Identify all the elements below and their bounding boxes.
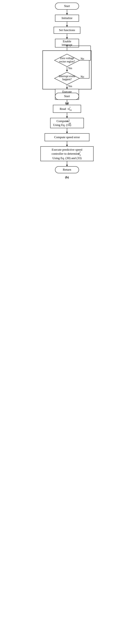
svg-marker-45	[66, 132, 68, 134]
svg-text:q: q	[80, 154, 81, 156]
interrupt-yes-label: Yes	[68, 84, 72, 88]
compute-omega-label: Compute	[57, 119, 68, 123]
svg-marker-8	[66, 37, 68, 39]
svg-text:*: *	[80, 151, 81, 154]
caption-b: (b)	[65, 176, 69, 179]
svg-text:controller to determine: controller to determine	[52, 152, 80, 155]
svg-text:*: *	[69, 106, 70, 108]
svg-marker-33	[66, 103, 68, 105]
svg-text:vector region?: vector region?	[59, 60, 75, 63]
svg-marker-5	[66, 25, 68, 27]
svg-text:Using Eq. (16): Using Eq. (16)	[53, 123, 71, 127]
zero-voltage-no-label: No	[81, 57, 84, 60]
part-b-section: Start Read ω * rm Compute ω̂ rm Using Eq…	[0, 92, 134, 193]
start-label-a: Start	[64, 4, 70, 8]
svg-text:rm: rm	[69, 109, 72, 111]
svg-text:happen?: happen?	[62, 78, 72, 81]
svg-marker-56	[66, 165, 68, 166]
svg-marker-39	[66, 116, 68, 118]
initialize-label: Initialize	[62, 16, 72, 20]
compute-speed-error-label: Compute speed error	[54, 135, 80, 139]
zero-voltage-yes-label: Yes	[68, 66, 72, 70]
set-functions-label: Set functions	[59, 28, 75, 32]
svg-text:i: i	[79, 152, 79, 155]
interrupt-no-label: No	[81, 75, 84, 78]
svg-marker-2	[66, 13, 68, 15]
svg-text:Using Eq. (30) and (33): Using Eq. (30) and (33)	[52, 156, 82, 160]
svg-marker-48	[66, 145, 68, 146]
part-a-section: Start Initialize Set functions Enable in…	[0, 0, 134, 92]
start-label-b: Start	[64, 94, 70, 98]
enable-interrupt-label: Enable	[63, 40, 71, 43]
return-label: Return	[63, 168, 71, 171]
zero-voltage-label: Zero voltage	[60, 56, 74, 60]
read-omega-label: Read	[60, 107, 66, 110]
execute-predictive-label: Execute predictive speed	[52, 148, 82, 151]
svg-rect-34	[53, 105, 81, 113]
interrupt-event-label: Interrupt event	[59, 74, 75, 78]
